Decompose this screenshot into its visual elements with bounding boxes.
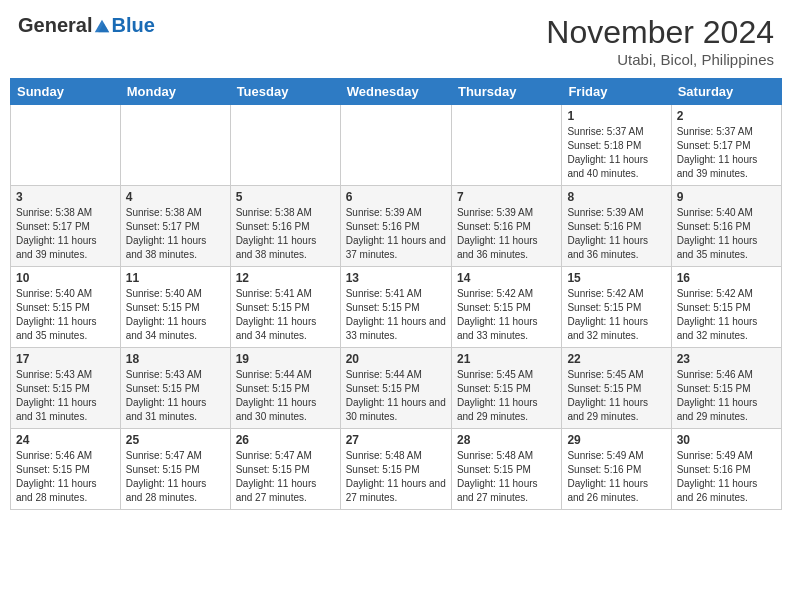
day-info: Sunrise: 5:38 AM Sunset: 5:16 PM Dayligh… <box>236 206 335 262</box>
day-info: Sunrise: 5:42 AM Sunset: 5:15 PM Dayligh… <box>567 287 665 343</box>
day-info: Sunrise: 5:41 AM Sunset: 5:15 PM Dayligh… <box>236 287 335 343</box>
day-number: 30 <box>677 433 776 447</box>
day-info: Sunrise: 5:39 AM Sunset: 5:16 PM Dayligh… <box>346 206 446 262</box>
day-info: Sunrise: 5:40 AM Sunset: 5:15 PM Dayligh… <box>16 287 115 343</box>
calendar-week-row: 3Sunrise: 5:38 AM Sunset: 5:17 PM Daylig… <box>11 186 782 267</box>
location-text: Utabi, Bicol, Philippines <box>546 51 774 68</box>
day-info: Sunrise: 5:43 AM Sunset: 5:15 PM Dayligh… <box>16 368 115 424</box>
day-info: Sunrise: 5:39 AM Sunset: 5:16 PM Dayligh… <box>567 206 665 262</box>
day-info: Sunrise: 5:40 AM Sunset: 5:15 PM Dayligh… <box>126 287 225 343</box>
calendar-cell: 7Sunrise: 5:39 AM Sunset: 5:16 PM Daylig… <box>451 186 561 267</box>
calendar-cell: 11Sunrise: 5:40 AM Sunset: 5:15 PM Dayli… <box>120 267 230 348</box>
day-number: 15 <box>567 271 665 285</box>
calendar-week-row: 1Sunrise: 5:37 AM Sunset: 5:18 PM Daylig… <box>11 105 782 186</box>
calendar-week-row: 24Sunrise: 5:46 AM Sunset: 5:15 PM Dayli… <box>11 429 782 510</box>
calendar-cell: 15Sunrise: 5:42 AM Sunset: 5:15 PM Dayli… <box>562 267 671 348</box>
day-info: Sunrise: 5:42 AM Sunset: 5:15 PM Dayligh… <box>457 287 556 343</box>
calendar-cell: 5Sunrise: 5:38 AM Sunset: 5:16 PM Daylig… <box>230 186 340 267</box>
day-number: 20 <box>346 352 446 366</box>
calendar-cell: 1Sunrise: 5:37 AM Sunset: 5:18 PM Daylig… <box>562 105 671 186</box>
calendar-cell: 8Sunrise: 5:39 AM Sunset: 5:16 PM Daylig… <box>562 186 671 267</box>
calendar-cell: 21Sunrise: 5:45 AM Sunset: 5:15 PM Dayli… <box>451 348 561 429</box>
calendar-header-row: SundayMondayTuesdayWednesdayThursdayFrid… <box>11 79 782 105</box>
logo: General Blue <box>18 14 155 37</box>
day-number: 10 <box>16 271 115 285</box>
day-number: 21 <box>457 352 556 366</box>
day-header-monday: Monday <box>120 79 230 105</box>
day-header-tuesday: Tuesday <box>230 79 340 105</box>
calendar-cell: 28Sunrise: 5:48 AM Sunset: 5:15 PM Dayli… <box>451 429 561 510</box>
title-block: November 2024 Utabi, Bicol, Philippines <box>546 14 774 68</box>
calendar-cell: 23Sunrise: 5:46 AM Sunset: 5:15 PM Dayli… <box>671 348 781 429</box>
calendar-cell: 14Sunrise: 5:42 AM Sunset: 5:15 PM Dayli… <box>451 267 561 348</box>
calendar-cell: 18Sunrise: 5:43 AM Sunset: 5:15 PM Dayli… <box>120 348 230 429</box>
logo-icon <box>93 17 111 35</box>
calendar-cell: 12Sunrise: 5:41 AM Sunset: 5:15 PM Dayli… <box>230 267 340 348</box>
day-number: 12 <box>236 271 335 285</box>
day-info: Sunrise: 5:49 AM Sunset: 5:16 PM Dayligh… <box>677 449 776 505</box>
calendar-week-row: 17Sunrise: 5:43 AM Sunset: 5:15 PM Dayli… <box>11 348 782 429</box>
day-number: 1 <box>567 109 665 123</box>
calendar-cell: 29Sunrise: 5:49 AM Sunset: 5:16 PM Dayli… <box>562 429 671 510</box>
calendar-cell <box>451 105 561 186</box>
day-info: Sunrise: 5:43 AM Sunset: 5:15 PM Dayligh… <box>126 368 225 424</box>
day-info: Sunrise: 5:48 AM Sunset: 5:15 PM Dayligh… <box>457 449 556 505</box>
calendar-table: SundayMondayTuesdayWednesdayThursdayFrid… <box>10 78 782 510</box>
day-header-friday: Friday <box>562 79 671 105</box>
calendar-week-row: 10Sunrise: 5:40 AM Sunset: 5:15 PM Dayli… <box>11 267 782 348</box>
day-info: Sunrise: 5:39 AM Sunset: 5:16 PM Dayligh… <box>457 206 556 262</box>
day-info: Sunrise: 5:44 AM Sunset: 5:15 PM Dayligh… <box>346 368 446 424</box>
day-info: Sunrise: 5:45 AM Sunset: 5:15 PM Dayligh… <box>567 368 665 424</box>
day-header-saturday: Saturday <box>671 79 781 105</box>
calendar-cell: 6Sunrise: 5:39 AM Sunset: 5:16 PM Daylig… <box>340 186 451 267</box>
day-number: 5 <box>236 190 335 204</box>
day-info: Sunrise: 5:46 AM Sunset: 5:15 PM Dayligh… <box>677 368 776 424</box>
day-number: 17 <box>16 352 115 366</box>
day-number: 16 <box>677 271 776 285</box>
calendar-cell: 13Sunrise: 5:41 AM Sunset: 5:15 PM Dayli… <box>340 267 451 348</box>
calendar-cell: 17Sunrise: 5:43 AM Sunset: 5:15 PM Dayli… <box>11 348 121 429</box>
calendar-cell: 27Sunrise: 5:48 AM Sunset: 5:15 PM Dayli… <box>340 429 451 510</box>
calendar-cell <box>340 105 451 186</box>
month-title: November 2024 <box>546 14 774 51</box>
day-info: Sunrise: 5:38 AM Sunset: 5:17 PM Dayligh… <box>126 206 225 262</box>
day-number: 6 <box>346 190 446 204</box>
day-info: Sunrise: 5:38 AM Sunset: 5:17 PM Dayligh… <box>16 206 115 262</box>
day-number: 4 <box>126 190 225 204</box>
day-header-sunday: Sunday <box>11 79 121 105</box>
day-number: 22 <box>567 352 665 366</box>
calendar-cell <box>120 105 230 186</box>
day-number: 24 <box>16 433 115 447</box>
calendar-cell: 19Sunrise: 5:44 AM Sunset: 5:15 PM Dayli… <box>230 348 340 429</box>
day-number: 13 <box>346 271 446 285</box>
day-info: Sunrise: 5:40 AM Sunset: 5:16 PM Dayligh… <box>677 206 776 262</box>
day-number: 29 <box>567 433 665 447</box>
day-info: Sunrise: 5:41 AM Sunset: 5:15 PM Dayligh… <box>346 287 446 343</box>
calendar-cell: 16Sunrise: 5:42 AM Sunset: 5:15 PM Dayli… <box>671 267 781 348</box>
day-number: 26 <box>236 433 335 447</box>
logo-blue-text: Blue <box>111 14 154 37</box>
day-info: Sunrise: 5:45 AM Sunset: 5:15 PM Dayligh… <box>457 368 556 424</box>
day-header-thursday: Thursday <box>451 79 561 105</box>
calendar-cell: 9Sunrise: 5:40 AM Sunset: 5:16 PM Daylig… <box>671 186 781 267</box>
day-info: Sunrise: 5:47 AM Sunset: 5:15 PM Dayligh… <box>126 449 225 505</box>
day-info: Sunrise: 5:49 AM Sunset: 5:16 PM Dayligh… <box>567 449 665 505</box>
day-info: Sunrise: 5:48 AM Sunset: 5:15 PM Dayligh… <box>346 449 446 505</box>
day-number: 19 <box>236 352 335 366</box>
calendar-cell: 30Sunrise: 5:49 AM Sunset: 5:16 PM Dayli… <box>671 429 781 510</box>
day-number: 9 <box>677 190 776 204</box>
day-info: Sunrise: 5:37 AM Sunset: 5:18 PM Dayligh… <box>567 125 665 181</box>
day-number: 7 <box>457 190 556 204</box>
day-header-wednesday: Wednesday <box>340 79 451 105</box>
calendar-cell: 24Sunrise: 5:46 AM Sunset: 5:15 PM Dayli… <box>11 429 121 510</box>
day-number: 25 <box>126 433 225 447</box>
page-header: General Blue November 2024 Utabi, Bicol,… <box>10 10 782 72</box>
day-info: Sunrise: 5:46 AM Sunset: 5:15 PM Dayligh… <box>16 449 115 505</box>
day-number: 2 <box>677 109 776 123</box>
day-info: Sunrise: 5:42 AM Sunset: 5:15 PM Dayligh… <box>677 287 776 343</box>
calendar-cell: 25Sunrise: 5:47 AM Sunset: 5:15 PM Dayli… <box>120 429 230 510</box>
day-number: 3 <box>16 190 115 204</box>
calendar-cell: 4Sunrise: 5:38 AM Sunset: 5:17 PM Daylig… <box>120 186 230 267</box>
day-number: 11 <box>126 271 225 285</box>
logo-general-text: General <box>18 14 92 37</box>
